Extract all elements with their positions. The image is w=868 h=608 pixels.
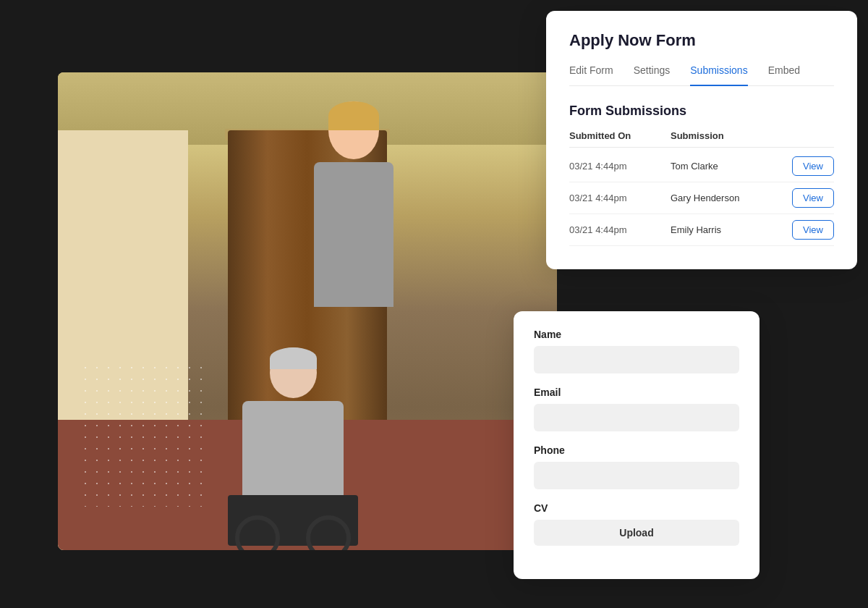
header-date: Submitted On bbox=[569, 130, 671, 141]
upload-button[interactable]: Upload bbox=[534, 520, 739, 546]
phone-label: Phone bbox=[534, 444, 739, 456]
card-tabs: Edit Form Settings Submissions Embed bbox=[569, 64, 834, 86]
person-standing bbox=[296, 101, 412, 376]
dot-pattern bbox=[80, 362, 210, 507]
cv-field-group: CV Upload bbox=[534, 502, 739, 546]
row-date-2: 03/21 4:44pm bbox=[569, 193, 671, 203]
person-body-standing bbox=[314, 162, 393, 307]
table-row: 03/21 4:44pm Tom Clarke View bbox=[569, 151, 834, 182]
email-field-group: Email bbox=[534, 387, 739, 431]
section-title: Form Submissions bbox=[569, 104, 834, 119]
view-button-3[interactable]: View bbox=[792, 220, 834, 240]
view-button-1[interactable]: View bbox=[792, 156, 834, 176]
table-header: Submitted On Submission bbox=[569, 130, 834, 148]
header-name: Submission bbox=[671, 130, 834, 141]
tab-submissions[interactable]: Submissions bbox=[690, 64, 747, 86]
scene: Apply Now Form Edit Form Settings Submis… bbox=[0, 0, 868, 608]
person-hair-standing bbox=[328, 101, 379, 130]
submissions-card: Apply Now Form Edit Form Settings Submis… bbox=[546, 11, 857, 269]
photo-area bbox=[58, 72, 557, 550]
table-row: 03/21 4:44pm Gary Henderson View bbox=[569, 182, 834, 214]
email-label: Email bbox=[534, 387, 739, 398]
email-input[interactable] bbox=[534, 404, 739, 431]
person-head-standing bbox=[328, 101, 379, 159]
row-name-2: Gary Henderson bbox=[671, 193, 792, 203]
view-button-2[interactable]: View bbox=[792, 188, 834, 208]
name-input[interactable] bbox=[534, 346, 739, 373]
table-row: 03/21 4:44pm Emily Harris View bbox=[569, 214, 834, 246]
row-name-3: Emily Harris bbox=[671, 224, 792, 235]
person-seated bbox=[221, 347, 365, 536]
person-head-seated bbox=[270, 347, 317, 398]
tab-edit-form[interactable]: Edit Form bbox=[569, 64, 613, 86]
phone-field-group: Phone bbox=[534, 444, 739, 489]
tab-settings[interactable]: Settings bbox=[634, 64, 671, 86]
person-hair-seated bbox=[270, 347, 317, 369]
apply-form-card: Name Email Phone CV Upload bbox=[514, 311, 760, 579]
wheelchair bbox=[228, 495, 358, 546]
cv-label: CV bbox=[534, 502, 739, 514]
row-name-1: Tom Clarke bbox=[671, 161, 792, 172]
phone-input[interactable] bbox=[534, 462, 739, 489]
name-field-group: Name bbox=[534, 329, 739, 373]
row-date-1: 03/21 4:44pm bbox=[569, 161, 671, 172]
tab-embed[interactable]: Embed bbox=[768, 64, 800, 86]
person-body-seated bbox=[242, 401, 344, 495]
card-title: Apply Now Form bbox=[569, 31, 834, 50]
name-label: Name bbox=[534, 329, 739, 340]
row-date-3: 03/21 4:44pm bbox=[569, 224, 671, 235]
